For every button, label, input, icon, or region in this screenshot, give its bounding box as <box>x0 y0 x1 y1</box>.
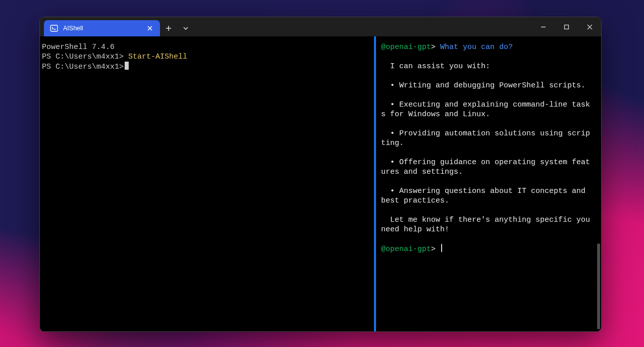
ps-prompt-2-prefix: PS C:\Users\m4xx1> <box>42 63 124 71</box>
ai-bullet-1-text: Executing and explaining command-line ta… <box>381 101 590 119</box>
ai-bullet-3-text: Offering guidance on operating system fe… <box>381 158 590 176</box>
ai-bullet-2: • Providing automation solutions using s… <box>381 129 590 147</box>
new-tab-button[interactable] <box>160 20 177 36</box>
tab-close-button[interactable] <box>145 23 155 33</box>
ai-intro: I can assist you with: <box>390 62 490 71</box>
maximize-button[interactable] <box>555 17 578 36</box>
ai-cursor <box>441 244 442 252</box>
svg-rect-2 <box>564 25 568 29</box>
ai-output: @openai-gpt> What you can do? I can assi… <box>381 42 594 254</box>
powershell-output: PowerShell 7.4.6 PS C:\Users\m4xx1> Star… <box>42 42 368 72</box>
titlebar[interactable]: AIShell <box>40 17 601 36</box>
panes: PowerShell 7.4.6 PS C:\Users\m4xx1> Star… <box>40 36 601 331</box>
svg-rect-0 <box>50 25 58 31</box>
powershell-pane[interactable]: PowerShell 7.4.6 PS C:\Users\m4xx1> Star… <box>40 36 374 331</box>
scrollbar-thumb[interactable] <box>597 243 600 329</box>
ai-outro: Let me know if there's anything specific… <box>381 216 595 234</box>
ai-bullet-2-text: Providing automation solutions using scr… <box>381 129 590 147</box>
tab-dropdown-button[interactable] <box>177 20 194 36</box>
ai-bullet-0: • Writing and debugging PowerShell scrip… <box>390 81 585 90</box>
ai-pane[interactable]: @openai-gpt> What you can do? I can assi… <box>376 36 601 331</box>
tabs-region: AIShell <box>40 17 194 36</box>
ai-bullet-3: • Offering guidance on operating system … <box>381 158 590 176</box>
ai-gt-2: > <box>431 245 436 254</box>
tab-aishell[interactable]: AIShell <box>44 20 160 36</box>
ai-user-question: What you can do? <box>440 43 513 52</box>
ai-bullet-1: • Executing and explaining command-line … <box>381 101 590 119</box>
close-window-button[interactable] <box>578 17 601 36</box>
ps-prompt-1-prefix: PS C:\Users\m4xx1> <box>42 53 128 61</box>
ps-prompt-1-command: Start-AIShell <box>128 53 187 61</box>
terminal-window: AIShell <box>39 17 602 332</box>
ai-agent-name-1: @openai-gpt <box>381 43 431 52</box>
ps-banner: PowerShell 7.4.6 <box>42 43 115 52</box>
ai-gt-1: > <box>431 43 436 52</box>
ps-cursor <box>125 62 129 70</box>
ai-bullet-0-text: Writing and debugging PowerShell scripts… <box>399 81 585 90</box>
tab-title: AIShell <box>63 25 140 32</box>
aishell-icon <box>50 24 58 32</box>
minimize-button[interactable] <box>531 17 555 36</box>
ai-bullet-4-text: Answering questions about IT concepts an… <box>381 187 590 205</box>
ai-bullet-4: • Answering questions about IT concepts … <box>381 187 590 205</box>
window-controls <box>531 17 601 36</box>
ai-agent-name-2: @openai-gpt <box>381 245 431 254</box>
